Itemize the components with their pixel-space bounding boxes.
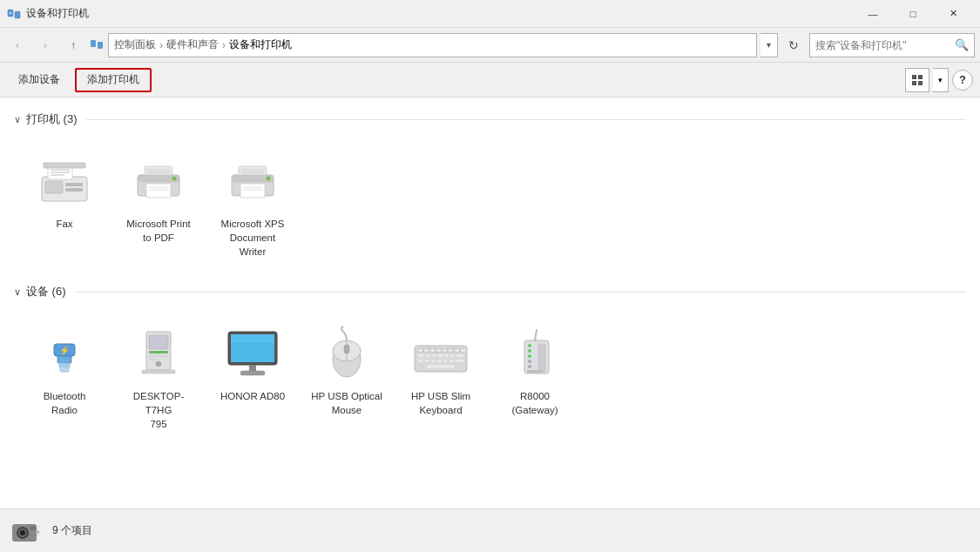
toolbar: 添加设备 添加打印机 ▾ ? — [0, 63, 980, 98]
svg-line-83 — [535, 330, 537, 340]
add-device-button[interactable]: 添加设备 — [7, 68, 71, 92]
search-icon[interactable]: 🔍 — [955, 38, 969, 51]
help-button[interactable]: ? — [952, 70, 973, 91]
fax-item[interactable]: Fax — [21, 143, 108, 265]
svg-rect-60 — [424, 349, 429, 352]
fax-label: Fax — [56, 217, 72, 231]
bluetooth-item[interactable]: ⚡ BluetoothRadio — [21, 315, 108, 437]
svg-rect-39 — [60, 367, 69, 372]
printers-grid: Fax — [14, 134, 966, 279]
status-bar: 9 个项目 — [0, 508, 980, 552]
svg-rect-47 — [142, 370, 175, 374]
svg-rect-1 — [15, 11, 20, 18]
svg-point-94 — [20, 530, 25, 535]
svg-rect-69 — [432, 354, 436, 357]
svg-rect-67 — [418, 354, 424, 357]
svg-rect-64 — [449, 349, 453, 352]
address-path[interactable]: 控制面板 › 硬件和声音 › 设备和打印机 — [108, 33, 757, 57]
svg-rect-50 — [231, 334, 274, 343]
devices-grid: ⚡ BluetoothRadio — [14, 306, 966, 451]
svg-point-88 — [528, 365, 531, 368]
desktop-label: DESKTOP-T7HG795 — [121, 389, 196, 431]
monitor-icon — [221, 321, 284, 384]
svg-rect-81 — [427, 365, 455, 368]
ms-print-pdf-item[interactable]: Microsoft Printto PDF — [115, 143, 202, 265]
status-camera-icon — [10, 515, 42, 547]
svg-rect-6 — [918, 75, 923, 79]
svg-point-86 — [528, 354, 531, 358]
hp-keyboard-item[interactable]: HP USB SlimKeyboard — [397, 315, 484, 437]
svg-rect-22 — [146, 184, 171, 198]
title-bar-left: 设备和打印机 — [7, 6, 89, 21]
bluetooth-icon: ⚡ — [33, 321, 96, 384]
svg-rect-5 — [912, 75, 916, 79]
address-dropdown[interactable]: ▾ — [760, 33, 778, 57]
desktop-computer-icon — [127, 321, 190, 384]
search-input[interactable] — [815, 39, 955, 51]
svg-rect-74 — [418, 360, 423, 362]
path-part2: 硬件和声音 — [166, 37, 219, 52]
maximize-button[interactable]: □ — [893, 0, 933, 28]
router-icon — [504, 321, 566, 384]
svg-rect-89 — [538, 344, 545, 372]
bluetooth-label: BluetoothRadio — [44, 389, 86, 417]
svg-rect-3 — [91, 40, 96, 47]
svg-rect-66 — [461, 349, 465, 352]
desktop-item[interactable]: DESKTOP-T7HG795 — [115, 315, 202, 437]
svg-rect-44 — [149, 355, 168, 357]
view-toggle-button[interactable] — [905, 68, 929, 92]
search-box[interactable]: 🔍 — [809, 33, 975, 57]
back-button[interactable]: ‹ — [5, 33, 30, 57]
svg-rect-71 — [444, 354, 449, 357]
svg-rect-8 — [918, 81, 923, 85]
toolbar-right: ▾ ? — [905, 68, 973, 92]
ms-xps-label: Microsoft XPSDocumentWriter — [221, 217, 285, 259]
svg-rect-43 — [149, 351, 168, 353]
honor-ad80-label: HONOR AD80 — [220, 389, 285, 403]
svg-point-2 — [10, 12, 11, 14]
path-icon — [89, 37, 105, 53]
svg-rect-79 — [449, 360, 454, 362]
add-printer-button[interactable]: 添加打印机 — [75, 68, 152, 92]
r8000-item[interactable]: R8000(Gateway) — [491, 315, 578, 437]
ms-print-pdf-icon — [127, 149, 190, 212]
hp-mouse-item[interactable]: HP USB OpticalMouse — [303, 315, 390, 437]
svg-point-84 — [528, 344, 531, 347]
grid-view-icon — [911, 74, 923, 86]
svg-rect-76 — [431, 360, 436, 362]
path-sep1: › — [159, 39, 163, 51]
main-content: ∨ 打印机 (3) — [0, 98, 980, 508]
hp-keyboard-label: HP USB SlimKeyboard — [411, 389, 470, 417]
honor-ad80-item[interactable]: HONOR AD80 — [209, 315, 296, 437]
devices-toggle[interactable]: ∨ — [14, 286, 21, 298]
svg-rect-63 — [443, 349, 447, 352]
printers-divider — [86, 119, 967, 120]
svg-point-46 — [156, 361, 161, 367]
svg-rect-42 — [149, 335, 168, 349]
title-bar: 设备和打印机 — □ ✕ — [0, 0, 980, 28]
printers-toggle[interactable]: ∨ — [14, 114, 21, 125]
path-sep2: › — [222, 39, 226, 51]
printers-section-title: 打印机 (3) — [26, 111, 78, 127]
view-dropdown[interactable]: ▾ — [933, 68, 949, 92]
path-part1: 控制面板 — [114, 37, 156, 52]
svg-rect-80 — [456, 360, 463, 362]
svg-rect-65 — [455, 349, 459, 352]
svg-rect-68 — [426, 354, 430, 357]
printers-section-header: ∨ 打印机 (3) — [14, 111, 966, 127]
up-button[interactable]: ↑ — [61, 33, 85, 57]
ms-print-pdf-label: Microsoft Printto PDF — [126, 217, 191, 245]
svg-rect-7 — [912, 81, 916, 85]
close-button[interactable]: ✕ — [933, 0, 973, 28]
r8000-label: R8000(Gateway) — [511, 389, 558, 417]
svg-text:⚡: ⚡ — [59, 345, 71, 356]
address-bar: ‹ › ↑ 控制面板 › 硬件和声音 › 设备和打印机 ▾ ↻ 🔍 — [0, 28, 980, 63]
ms-xps-item[interactable]: Microsoft XPSDocumentWriter — [209, 143, 296, 265]
refresh-button[interactable]: ↻ — [781, 33, 806, 57]
svg-rect-77 — [437, 360, 442, 362]
minimize-button[interactable]: — — [853, 0, 893, 28]
svg-rect-45 — [149, 359, 158, 360]
forward-button[interactable]: › — [33, 33, 57, 57]
svg-rect-52 — [240, 371, 265, 375]
svg-rect-31 — [240, 184, 265, 198]
